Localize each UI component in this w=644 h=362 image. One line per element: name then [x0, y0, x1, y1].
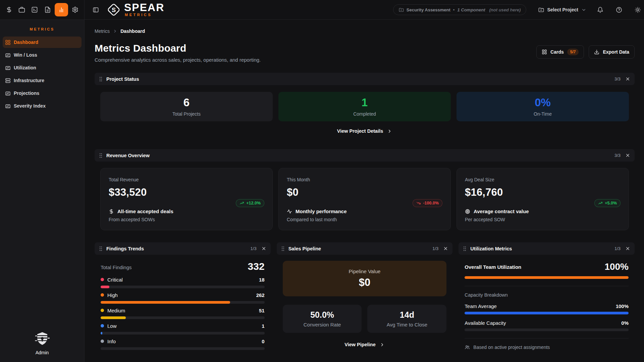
sales-pipeline-header: Sales Pipeline 1/3	[277, 242, 453, 255]
breadcrumb-parent[interactable]: Metrics	[95, 28, 110, 34]
project-status-card: Project Status 3/3 6 Total Projects	[95, 73, 635, 139]
dollar-icon[interactable]	[3, 4, 15, 15]
chevron-right-icon	[113, 29, 117, 34]
avg-deal-size-tile: Avg Deal Size $16,760 +5.0% Average cont…	[457, 168, 629, 230]
close-icon[interactable]	[625, 153, 630, 158]
tile-value: $33,520	[109, 186, 264, 198]
stat-value: 6	[183, 97, 190, 108]
folder-icon	[538, 7, 544, 13]
chevron-down-icon	[581, 7, 586, 12]
cards-button[interactable]: Cards 5/7	[536, 45, 584, 59]
sidebar-section-label: METRICS	[3, 27, 82, 31]
notifications-button[interactable]	[595, 4, 605, 15]
tile-value: $0	[287, 186, 442, 198]
tile-label: Total Revenue	[109, 177, 264, 182]
card-title: Findings Trends	[106, 246, 144, 251]
terminal-icon[interactable]	[29, 4, 40, 15]
sidebar-item-win-loss[interactable]: Win / Loss	[3, 49, 82, 61]
sidebar-item-severity-index[interactable]: Severity Index	[3, 100, 82, 112]
progress-track	[101, 347, 265, 350]
view-project-details-link[interactable]: View Project Details	[100, 128, 629, 134]
sidebar-item-utilization[interactable]: Utilization	[3, 62, 82, 73]
progress-track	[465, 276, 629, 279]
progress-track	[101, 286, 265, 288]
close-icon[interactable]	[625, 246, 630, 251]
export-data-button[interactable]: Export Data	[589, 45, 635, 59]
drag-handle-icon[interactable]	[281, 246, 285, 251]
file-icon[interactable]	[42, 4, 53, 15]
total-projects-stat: 6 Total Projects	[100, 92, 273, 121]
change-badge: +12.0%	[236, 199, 264, 207]
this-month-tile: This Month $0 -100.0% Monthly performanc…	[278, 168, 451, 230]
sidebar-item-label: Projections	[14, 90, 39, 96]
findings-trends-header: Findings Trends 1/3	[95, 242, 271, 255]
card-counter: 1/3	[614, 246, 621, 251]
drag-handle-icon[interactable]	[99, 153, 103, 158]
help-button[interactable]	[614, 4, 624, 15]
bottom-cards-row: Findings Trends 1/3 Total Findings 332	[95, 242, 635, 350]
avg-time-to-close-tile: 14d Avg Time to Close	[367, 305, 446, 333]
breadcrumb: Metrics Dashboard	[95, 28, 635, 34]
close-icon[interactable]	[625, 76, 630, 81]
close-icon[interactable]	[443, 246, 448, 251]
progress-track	[101, 332, 265, 335]
main-content: Metrics Dashboard Metrics Dashboard Comp…	[85, 20, 644, 362]
theme-toggle-button[interactable]	[633, 4, 643, 15]
download-icon	[594, 49, 599, 55]
context-project-name: Security Assessment	[407, 7, 450, 12]
trending-up-icon	[239, 201, 244, 205]
stat-value: 1	[362, 97, 368, 108]
project-context-pill[interactable]: Security Assessment • 1 Component (not u…	[393, 4, 527, 15]
progress-fill	[101, 316, 126, 319]
progress-track	[465, 312, 629, 314]
avatar[interactable]	[35, 331, 50, 346]
total-findings-label: Total Findings	[101, 264, 132, 272]
chart-icon	[5, 65, 11, 71]
activity-icon	[287, 209, 292, 214]
briefcase-icon[interactable]	[16, 4, 28, 15]
conversion-rate-tile: 50.0% Conversion Rate	[283, 305, 362, 333]
chevron-right-icon	[380, 342, 385, 347]
stat-value: 0%	[535, 97, 551, 108]
sidebar-item-infrastructure[interactable]: Infrastructure	[3, 75, 82, 86]
close-icon[interactable]	[261, 246, 266, 251]
chart-icon	[5, 90, 11, 96]
pipeline-value-tile: Pipeline Value $0	[283, 261, 447, 296]
page-subtitle: Comprehensive analytics across sales, pr…	[95, 57, 261, 63]
capacity-breakdown-label: Capacity Breakdown	[465, 292, 629, 298]
grid-icon	[5, 40, 11, 45]
stat-label: Completed	[353, 111, 376, 117]
context-component: 1 Component	[457, 7, 485, 12]
gear-icon[interactable]	[69, 4, 81, 15]
progress-fill	[465, 312, 629, 314]
cards-count-badge: 5/7	[567, 49, 579, 55]
tile-line1: Monthly performance	[287, 208, 442, 214]
tile-line1: Average contract value	[465, 208, 621, 214]
bar-chart-icon[interactable]	[55, 3, 68, 16]
progress-fill	[101, 332, 102, 335]
view-pipeline-link[interactable]: View Pipeline	[283, 342, 447, 347]
sidebar-item-projections[interactable]: Projections	[3, 87, 82, 99]
select-project-dropdown[interactable]: Select Project	[538, 7, 586, 13]
panel-toggle-icon[interactable]	[90, 4, 101, 15]
context-separator: •	[453, 7, 455, 12]
card-counter: 3/3	[614, 153, 621, 158]
available-capacity-row: Available Capacity 0%	[465, 320, 629, 326]
drag-handle-icon[interactable]	[463, 246, 467, 251]
sidebar-item-label: Severity Index	[14, 103, 46, 109]
logo-title: SPEAR	[124, 3, 164, 12]
progress-fill	[101, 286, 109, 288]
trending-up-icon	[598, 201, 603, 205]
tile-line2: Per accepted SOW	[465, 217, 621, 222]
stat-label: On-Time	[534, 111, 552, 117]
sales-pipeline-body: Pipeline Value $0 50.0% Conversion Rate …	[277, 255, 453, 347]
tile-label: Avg Deal Size	[465, 177, 621, 182]
drag-handle-icon[interactable]	[99, 76, 103, 82]
folder-icon	[399, 7, 404, 12]
drag-handle-icon[interactable]	[99, 246, 103, 251]
app-shell: METRICS Dashboard Win / Loss Utilization…	[0, 20, 644, 362]
tile-line2: Compared to last month	[287, 217, 442, 222]
sidebar-item-dashboard[interactable]: Dashboard	[3, 37, 82, 48]
overall-utilization-label: Overall Team Utilization	[465, 264, 521, 270]
utilization-footnote: Based on active project assignments	[465, 345, 629, 350]
